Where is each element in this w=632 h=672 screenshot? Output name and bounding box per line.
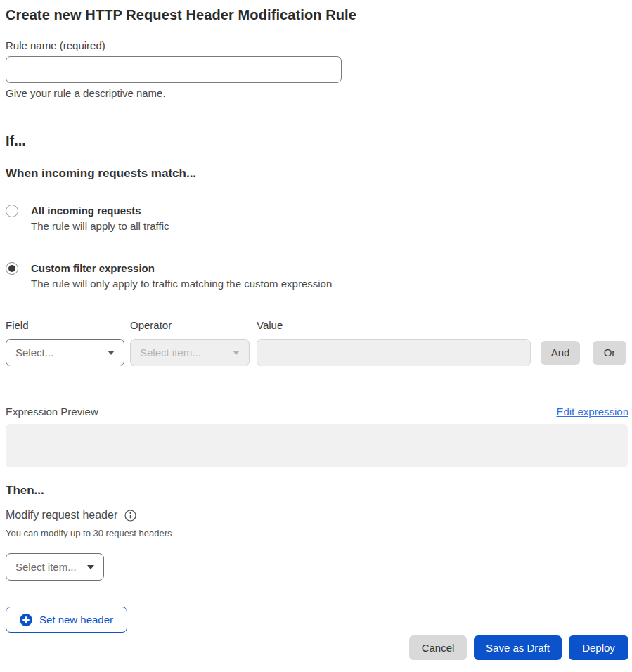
radio-label[interactable]: Custom filter expression: [31, 261, 332, 276]
field-select[interactable]: Select...: [6, 339, 124, 366]
info-icon[interactable]: [124, 510, 136, 522]
set-new-header-label: Set new header: [39, 614, 113, 626]
section-divider: [6, 117, 628, 117]
radio-description: The rule will only apply to traffic matc…: [31, 277, 332, 291]
operator-select-value: Select item...: [140, 347, 201, 358]
and-button[interactable]: And: [541, 341, 580, 365]
plus-circle-icon: [20, 614, 32, 626]
match-heading: When incoming requests match...: [6, 167, 628, 181]
field-select-value: Select...: [15, 347, 53, 358]
modify-request-header-label: Modify request header: [6, 508, 117, 522]
or-button[interactable]: Or: [593, 341, 626, 365]
expression-preview-box: [6, 424, 628, 467]
save-as-draft-button[interactable]: Save as Draft: [474, 635, 562, 660]
header-name-select[interactable]: Select item...: [6, 553, 104, 581]
footer-actions: Cancel Save as Draft Deploy: [6, 635, 628, 660]
modify-header-row: Modify request header: [6, 508, 628, 522]
expression-preview-label: Expression Preview: [6, 405, 98, 419]
radio-texts: All incoming requests The rule will appl…: [31, 204, 169, 233]
radio-texts: Custom filter expression The rule will o…: [31, 261, 332, 291]
then-heading: Then...: [6, 483, 628, 498]
option-all-incoming-requests: All incoming requests The rule will appl…: [6, 204, 628, 233]
cancel-button[interactable]: Cancel: [409, 635, 467, 660]
modify-header-helper: You can modify up to 30 request headers: [6, 528, 628, 538]
expression-preview-header: Expression Preview Edit expression: [6, 405, 628, 419]
rule-name-helper: Give your rule a descriptive name.: [6, 87, 628, 100]
if-heading: If...: [6, 131, 628, 150]
chevron-down-icon: [233, 351, 240, 355]
operator-label: Operator: [130, 319, 257, 332]
radio-all-incoming-requests[interactable]: [6, 205, 18, 217]
page-title: Create new HTTP Request Header Modificat…: [6, 6, 628, 24]
expression-builder-row: Select... Select item... And Or: [6, 339, 628, 366]
edit-expression-link[interactable]: Edit expression: [556, 405, 628, 419]
header-name-select-value: Select item...: [15, 561, 77, 573]
chevron-down-icon: [108, 351, 115, 355]
set-new-header-button[interactable]: Set new header: [6, 607, 127, 633]
option-custom-filter-expression: Custom filter expression The rule will o…: [6, 261, 628, 291]
radio-label[interactable]: All incoming requests: [31, 204, 169, 218]
create-rule-page: Create new HTTP Request Header Modificat…: [0, 0, 632, 660]
value-label: Value: [257, 319, 283, 332]
radio-description: The rule will apply to all traffic: [31, 219, 169, 233]
value-input[interactable]: [257, 339, 531, 366]
radio-custom-filter-expression[interactable]: [6, 262, 18, 275]
deploy-button[interactable]: Deploy: [569, 635, 628, 660]
operator-select[interactable]: Select item...: [130, 339, 250, 366]
chevron-down-icon: [87, 565, 94, 569]
rule-name-label: Rule name (required): [6, 39, 628, 52]
rule-name-input[interactable]: [6, 56, 342, 83]
field-label: Field: [6, 319, 130, 332]
expression-builder-labels: Field Operator Value: [6, 319, 628, 332]
